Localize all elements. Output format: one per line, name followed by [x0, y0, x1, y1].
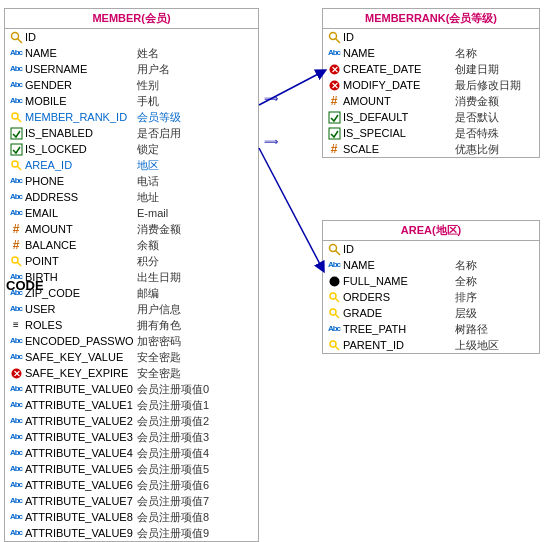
table-row: #SCALE优惠比例	[323, 141, 539, 157]
table-row: AbcATTRIBUTE_VALUE0会员注册项值0	[5, 381, 258, 397]
table-row: AbcNAME姓名	[5, 45, 258, 61]
table-row: IS_ENABLED是否启用	[5, 125, 258, 141]
table-row: ID	[323, 241, 539, 257]
field-label: 名称	[455, 45, 477, 61]
field-name: ID	[343, 29, 453, 45]
table-row: POINT积分	[5, 253, 258, 269]
table-row: ≡ROLES拥有角色	[5, 317, 258, 333]
field-label: 最后修改日期	[455, 77, 521, 93]
field-label: 名称	[455, 257, 477, 273]
table-row: AbcNAME名称	[323, 45, 539, 61]
table-row: AbcGENDER性别	[5, 77, 258, 93]
field-label: 积分	[137, 253, 159, 269]
field-label: 是否默认	[455, 109, 499, 125]
table-row: AbcATTRIBUTE_VALUE6会员注册项值6	[5, 477, 258, 493]
field-name: BALANCE	[25, 237, 135, 253]
svg-text:✕: ✕	[330, 81, 338, 91]
field-name: MODIFY_DATE	[343, 77, 453, 93]
memberrank-table-header: MEMBERRANK(会员等级)	[323, 9, 539, 29]
table-row: ID	[5, 29, 258, 45]
field-name: ADDRESS	[25, 189, 135, 205]
field-label: 会员等级	[137, 109, 181, 125]
field-name: AMOUNT	[343, 93, 453, 109]
field-name: AREA_ID	[25, 157, 135, 173]
field-label: 地区	[137, 157, 159, 173]
field-label: 安全密匙	[137, 365, 181, 381]
table-row: AbcUSER用户信息	[5, 301, 258, 317]
field-name: EMAIL	[25, 205, 135, 221]
member-table: MEMBER(会员) IDAbcNAME姓名AbcUSERNAME用户名AbcG…	[4, 8, 259, 542]
field-label: 排序	[455, 289, 477, 305]
table-row: AbcATTRIBUTE_VALUE4会员注册项值4	[5, 445, 258, 461]
field-name: SCALE	[343, 141, 453, 157]
field-name: FULL_NAME	[343, 273, 453, 289]
table-row: AbcADDRESS地址	[5, 189, 258, 205]
field-label: 会员注册项值7	[137, 493, 209, 509]
area-table: AREA(地区) IDAbcNAME名称FULL_NAME全称ORDERS排序G…	[322, 220, 540, 354]
field-label: 会员注册项值9	[137, 525, 209, 541]
field-label: 拥有角色	[137, 317, 181, 333]
svg-point-22	[329, 276, 339, 286]
svg-text:✕: ✕	[12, 369, 20, 379]
svg-line-29	[259, 72, 322, 105]
svg-line-24	[335, 298, 339, 302]
field-name: GENDER	[25, 77, 135, 93]
table-row: ✕CREATE_DATE创建日期	[323, 61, 539, 77]
field-name: ATTRIBUTE_VALUE9	[25, 525, 135, 541]
table-row: AREA_ID地区	[5, 157, 258, 173]
field-label: 会员注册项值2	[137, 413, 209, 429]
table-row: AbcEMAILE-mail	[5, 205, 258, 221]
table-row: #AMOUNT消费金额	[5, 221, 258, 237]
canvas: MEMBER(会员) IDAbcNAME姓名AbcUSERNAME用户名AbcG…	[0, 0, 547, 542]
field-label: 安全密匙	[137, 349, 181, 365]
svg-text:⟹: ⟹	[264, 93, 278, 104]
field-name: TREE_PATH	[343, 321, 453, 337]
field-name: ATTRIBUTE_VALUE8	[25, 509, 135, 525]
field-label: 会员注册项值3	[137, 429, 209, 445]
field-label: 会员注册项值0	[137, 381, 209, 397]
field-name: NAME	[343, 45, 453, 61]
table-row: AbcATTRIBUTE_VALUE8会员注册项值8	[5, 509, 258, 525]
table-row: ORDERS排序	[323, 289, 539, 305]
table-row: AbcATTRIBUTE_VALUE2会员注册项值2	[5, 413, 258, 429]
field-label: 会员注册项值1	[137, 397, 209, 413]
field-label: 会员注册项值4	[137, 445, 209, 461]
field-name: ATTRIBUTE_VALUE2	[25, 413, 135, 429]
table-row: FULL_NAME全称	[323, 273, 539, 289]
field-name: IS_LOCKED	[25, 141, 135, 157]
field-label: 加密密码	[137, 333, 181, 349]
table-row: AbcENCODED_PASSWO加密密码	[5, 333, 258, 349]
table-row: IS_SPECIAL是否特殊	[323, 125, 539, 141]
field-name: ID	[343, 241, 453, 257]
field-name: IS_DEFAULT	[343, 109, 453, 125]
svg-line-28	[335, 346, 339, 350]
field-name: ROLES	[25, 317, 135, 333]
field-name: ORDERS	[343, 289, 453, 305]
field-label: 会员注册项值8	[137, 509, 209, 525]
svg-point-12	[329, 32, 336, 39]
table-row: MEMBER_RANK_ID会员等级	[5, 109, 258, 125]
field-name: GRADE	[343, 305, 453, 321]
table-row: ✕SAFE_KEY_EXPIRE安全密匙	[5, 365, 258, 381]
svg-text:⟹: ⟹	[264, 136, 278, 147]
field-name: SAFE_KEY_VALUE	[25, 349, 135, 365]
field-label: 会员注册项值5	[137, 461, 209, 477]
field-name: MEMBER_RANK_ID	[25, 109, 135, 125]
field-label: 用户信息	[137, 301, 181, 317]
field-label: 姓名	[137, 45, 159, 61]
table-row: #AMOUNT消费金额	[323, 93, 539, 109]
code-label: CODE	[6, 278, 44, 293]
member-table-header: MEMBER(会员)	[5, 9, 258, 29]
field-label: E-mail	[137, 205, 168, 221]
field-label: 地址	[137, 189, 159, 205]
field-name: ATTRIBUTE_VALUE4	[25, 445, 135, 461]
field-name: IS_SPECIAL	[343, 125, 453, 141]
field-name: ATTRIBUTE_VALUE0	[25, 381, 135, 397]
table-row: AbcATTRIBUTE_VALUE7会员注册项值7	[5, 493, 258, 509]
table-row: IS_LOCKED锁定	[5, 141, 258, 157]
field-name: NAME	[343, 257, 453, 273]
field-name: ID	[25, 29, 135, 45]
svg-line-9	[17, 262, 21, 266]
table-row: AbcATTRIBUTE_VALUE9会员注册项值9	[5, 525, 258, 541]
field-name: SAFE_KEY_EXPIRE	[25, 365, 135, 381]
